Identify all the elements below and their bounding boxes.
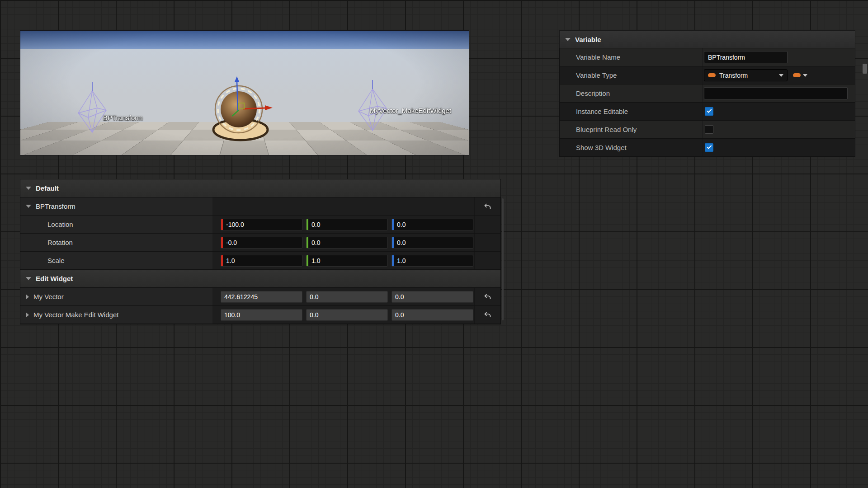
location-x-input[interactable] [223, 219, 302, 230]
chevron-down-icon [803, 74, 807, 77]
scale-y-field [306, 255, 388, 267]
my-vector-y-field [306, 291, 388, 303]
variable-type-label: Variable Type [560, 71, 703, 79]
chevron-down-icon [779, 74, 783, 77]
description-row: Description [559, 84, 855, 103]
show-3d-widget-label: Show 3D Widget [560, 144, 703, 151]
my-vector-z-input[interactable] [392, 291, 473, 302]
show-3d-widget-row: Show 3D Widget [559, 139, 855, 157]
transform-type-pill-icon [793, 73, 801, 77]
my-vector-make-z-field [392, 309, 473, 321]
my-vector-row: My Vector [20, 288, 500, 306]
bptransform-value-cell [212, 197, 474, 215]
variable-name-label: Variable Name [560, 53, 703, 61]
scale-label: Scale [47, 257, 65, 264]
description-input[interactable] [704, 87, 848, 99]
variable-type-row: Variable Type Transform [559, 66, 855, 84]
collapse-arrow-icon [26, 205, 31, 208]
rotation-z-field [392, 237, 473, 249]
reset-to-default-button[interactable] [482, 291, 493, 302]
collapse-arrow-icon [26, 187, 31, 190]
reset-to-default-button[interactable] [482, 201, 493, 211]
details-panel-scrollbar[interactable] [502, 198, 504, 320]
my-vector-make-y-input[interactable] [307, 310, 387, 320]
skylight-sphere-icon[interactable] [213, 86, 268, 140]
variable-type-value: Transform [719, 72, 775, 79]
my-vector-make-edit-widget-label: My Vector Make Edit Widget [33, 311, 118, 319]
gizmo-x-arrowhead[interactable] [265, 105, 273, 110]
category-row-default[interactable]: Default [20, 179, 500, 197]
actor-label-bptransform: BPTransform [103, 114, 143, 122]
location-label-cell[interactable]: Location [20, 216, 212, 233]
expand-arrow-icon [26, 312, 29, 318]
variable-section-title: Variable [575, 36, 601, 43]
my-vector-make-edit-widget-label-cell[interactable]: My Vector Make Edit Widget [20, 306, 212, 324]
undo-arrow-icon [484, 203, 491, 210]
location-y-input[interactable] [308, 219, 387, 230]
viewport-overlay [20, 31, 469, 155]
my-vector-x-input[interactable] [221, 291, 302, 302]
my-vector-x-field [221, 291, 302, 303]
my-vector-make-edit-widget-row: My Vector Make Edit Widget [20, 306, 500, 324]
scale-label-cell[interactable]: Scale [20, 252, 212, 269]
rotation-z-input[interactable] [394, 237, 473, 248]
blueprint-read-only-row: Blueprint Read Only [559, 121, 855, 139]
instance-editable-checkbox[interactable] [705, 107, 713, 116]
gizmo-z-arrowhead[interactable] [235, 76, 239, 82]
variable-section-header[interactable]: Variable [559, 30, 855, 48]
category-row-edit-widget[interactable]: Edit Widget [20, 270, 500, 288]
rotation-row: Rotation [20, 234, 500, 252]
container-type-dropdown[interactable] [793, 73, 807, 77]
gizmo-x-axis-handle[interactable] [243, 108, 265, 109]
category-title-default: Default [36, 184, 59, 192]
my-vector-make-x-field [221, 309, 302, 321]
description-label: Description [560, 89, 703, 97]
rotation-label-cell[interactable]: Rotation [20, 234, 212, 251]
scale-x-input[interactable] [223, 255, 302, 266]
variable-type-dropdown[interactable]: Transform [704, 69, 788, 81]
my-vector-label: My Vector [33, 293, 64, 300]
rotation-label: Rotation [47, 239, 73, 246]
bptransform-label: BPTransform [36, 202, 75, 210]
location-z-input[interactable] [394, 219, 473, 230]
undo-arrow-icon [484, 293, 491, 300]
location-x-field [221, 219, 302, 230]
variable-panel: Variable Variable Name Variable Type Tra… [559, 30, 855, 157]
3d-preview-viewport[interactable]: BPTransform MyVector_MakeEditWidget [20, 30, 469, 155]
reset-to-default-button[interactable] [482, 310, 493, 320]
scale-z-field [392, 255, 473, 267]
category-title-edit-widget: Edit Widget [36, 275, 73, 282]
my-vector-label-cell[interactable]: My Vector [20, 288, 212, 305]
rotation-y-field [306, 237, 388, 249]
instance-editable-label: Instance Editable [560, 108, 703, 115]
wireframe-actor-bptransform[interactable] [78, 82, 106, 132]
blueprint-read-only-checkbox[interactable] [705, 125, 713, 134]
instance-editable-row: Instance Editable [559, 103, 855, 121]
wireframe-actor-myvector-makeeditwidget[interactable] [359, 80, 387, 131]
bptransform-label-cell[interactable]: BPTransform [20, 197, 212, 215]
my-vector-make-z-input[interactable] [392, 310, 473, 320]
panel-scrollbar-thumb[interactable] [863, 64, 867, 74]
scale-z-input[interactable] [394, 255, 473, 266]
undo-arrow-icon [484, 311, 491, 318]
scale-y-input[interactable] [308, 255, 387, 266]
rotation-x-input[interactable] [223, 237, 302, 248]
my-vector-make-y-field [306, 309, 388, 321]
blueprint-read-only-label: Blueprint Read Only [560, 126, 703, 133]
transform-type-pill-icon [708, 73, 716, 77]
scale-x-field [221, 255, 302, 267]
bptransform-property-row: BPTransform [20, 197, 500, 216]
collapse-arrow-icon [26, 277, 31, 280]
variable-name-input[interactable] [704, 51, 788, 63]
my-vector-z-field [392, 291, 473, 303]
defaults-details-panel: Default BPTransform Location [20, 179, 501, 324]
actor-label-myvector: MyVector_MakeEditWidget [370, 107, 451, 114]
expand-arrow-icon [26, 294, 29, 300]
show-3d-widget-checkbox[interactable] [705, 143, 713, 152]
scale-row: Scale [20, 252, 500, 270]
my-vector-y-input[interactable] [307, 291, 387, 302]
location-row: Location [20, 216, 500, 234]
rotation-x-field [221, 237, 302, 249]
my-vector-make-x-input[interactable] [221, 310, 302, 320]
rotation-y-input[interactable] [308, 237, 387, 248]
